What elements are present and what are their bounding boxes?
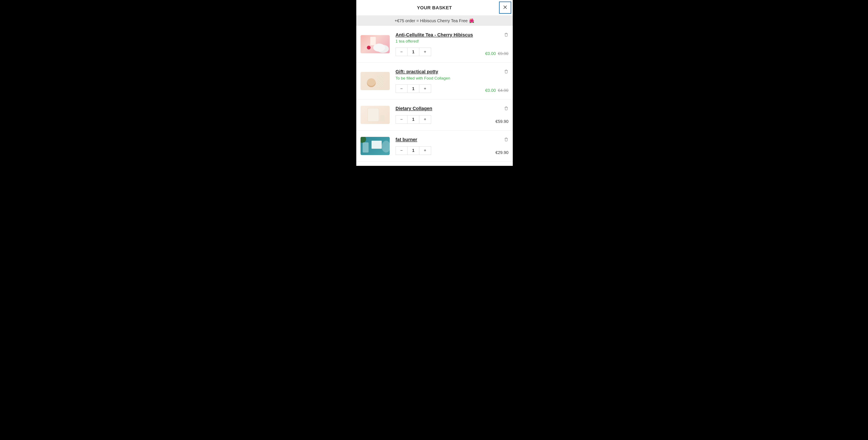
product-title-link[interactable]: fat burner <box>396 137 479 142</box>
basket-header: YOUR BASKET <box>356 0 513 16</box>
increase-quantity-button[interactable]: + <box>419 85 431 93</box>
quantity-value: 1 <box>407 147 419 155</box>
promo-text: +€75 order = Hibiscus Cherry Tea Free <box>395 19 467 23</box>
hibiscus-icon: 🌺 <box>469 18 474 23</box>
quantity-value: 1 <box>407 116 419 123</box>
quantity-value: 1 <box>407 48 419 56</box>
price-original: €4.90 <box>498 88 508 93</box>
decrease-quantity-button[interactable]: − <box>396 116 407 123</box>
price-current: €29.90 <box>495 150 508 155</box>
decrease-quantity-button[interactable]: − <box>396 147 407 155</box>
increase-quantity-button[interactable]: + <box>419 147 431 155</box>
product-offer-label: 1 tea offered! <box>396 39 479 44</box>
quantity-stepper: − 1 + <box>396 84 431 93</box>
decrease-quantity-button[interactable]: − <box>396 48 407 56</box>
basket-item: fat burner − 1 + <box>356 130 513 162</box>
price-current: €0.00 <box>485 88 496 93</box>
item-price: €0.00 €4.90 <box>485 88 508 93</box>
trash-icon <box>504 137 508 142</box>
close-button[interactable] <box>499 1 511 14</box>
quantity-stepper: − 1 + <box>396 146 431 155</box>
basket-items[interactable]: Anti-Cellulite Tea - Cherry Hibiscus 1 t… <box>356 26 513 166</box>
product-thumbnail <box>361 137 390 155</box>
remove-item-button[interactable] <box>504 106 508 111</box>
increase-quantity-button[interactable]: + <box>419 48 431 56</box>
remove-item-button[interactable] <box>504 32 508 37</box>
product-thumbnail <box>361 106 390 124</box>
trash-icon <box>504 69 508 74</box>
product-offer-label: To be filled with Food Collagen <box>396 76 479 81</box>
price-current: €59.90 <box>495 119 508 124</box>
product-info: fat burner − 1 + <box>396 137 479 155</box>
trash-icon <box>504 32 508 37</box>
product-info: Anti-Cellulite Tea - Cherry Hibiscus 1 t… <box>396 32 479 56</box>
basket-item: Anti-Cellulite Tea - Cherry Hibiscus 1 t… <box>356 26 513 63</box>
remove-item-button[interactable] <box>504 69 508 74</box>
promo-banner: +€75 order = Hibiscus Cherry Tea Free 🌺 <box>356 16 513 26</box>
product-thumbnail <box>361 72 390 90</box>
item-right: €0.00 €4.90 <box>485 69 508 93</box>
basket-item: Dietary Collagen − 1 + <box>356 99 513 130</box>
close-icon <box>503 5 507 10</box>
product-title-link[interactable]: Anti-Cellulite Tea - Cherry Hibiscus <box>396 32 479 38</box>
product-info: Dietary Collagen − 1 + <box>396 106 479 124</box>
basket-item: Gift: practical potty To be filled with … <box>356 63 513 99</box>
product-title-link[interactable]: Gift: practical potty <box>396 69 479 75</box>
quantity-value: 1 <box>407 85 419 93</box>
item-right: €0.00 €9.90 <box>485 32 508 56</box>
price-original: €9.90 <box>498 51 508 56</box>
product-title-link[interactable]: Dietary Collagen <box>396 106 479 111</box>
item-price: €59.90 <box>495 119 508 124</box>
quantity-stepper: − 1 + <box>396 48 431 56</box>
product-thumbnail <box>361 35 390 53</box>
product-info: Gift: practical potty To be filled with … <box>396 69 479 93</box>
remove-item-button[interactable] <box>504 137 508 142</box>
item-right: €59.90 <box>485 106 508 124</box>
basket-panel: YOUR BASKET +€75 order = Hibiscus Cherry… <box>356 0 513 166</box>
item-price: €0.00 €9.90 <box>485 51 508 56</box>
quantity-stepper: − 1 + <box>396 115 431 124</box>
item-price: €29.90 <box>495 150 508 155</box>
increase-quantity-button[interactable]: + <box>419 116 431 123</box>
basket-title: YOUR BASKET <box>417 5 452 10</box>
item-right: €29.90 <box>485 137 508 155</box>
trash-icon <box>504 106 508 111</box>
price-current: €0.00 <box>485 51 496 56</box>
decrease-quantity-button[interactable]: − <box>396 85 407 93</box>
